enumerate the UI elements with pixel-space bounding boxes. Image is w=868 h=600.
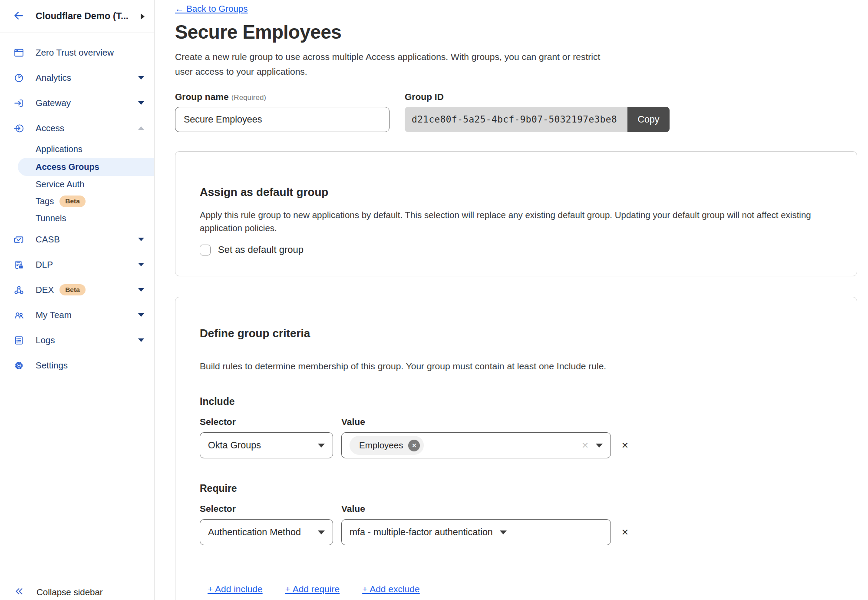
value-label: Value bbox=[341, 504, 365, 514]
selected-value: Okta Groups bbox=[208, 440, 261, 451]
require-selector-dropdown[interactable]: Authentication Method bbox=[200, 519, 333, 545]
chevron-right-icon[interactable] bbox=[141, 13, 145, 20]
chevron-down-icon bbox=[138, 263, 144, 266]
clear-value-icon[interactable]: ✕ bbox=[581, 440, 589, 451]
sidebar-item-label: Access bbox=[36, 123, 64, 133]
sidebar-item-label: Applications bbox=[36, 144, 83, 154]
network-nodes-icon bbox=[13, 284, 24, 295]
card-description: Build rules to determine membership of t… bbox=[200, 361, 832, 371]
double-chevron-left-icon bbox=[14, 580, 24, 598]
sidebar-item-tunnels[interactable]: Tunnels bbox=[0, 210, 154, 227]
chip-label: Employees bbox=[359, 440, 403, 451]
people-icon bbox=[13, 309, 24, 321]
card-title: Assign as default group bbox=[200, 186, 832, 199]
selected-value: Authentication Method bbox=[208, 527, 301, 538]
collapse-sidebar-button[interactable]: Collapse sidebar bbox=[0, 578, 154, 600]
back-to-groups-link[interactable]: ← Back to Groups bbox=[175, 3, 248, 14]
sidebar-item-dlp[interactable]: DLP bbox=[0, 252, 154, 277]
set-default-group-option[interactable]: Set as default group bbox=[200, 244, 832, 255]
group-name-input[interactable] bbox=[175, 107, 389, 132]
sidebar-item-label: DLP bbox=[36, 259, 53, 270]
remove-require-rule-icon[interactable]: ✕ bbox=[621, 527, 629, 537]
checkbox-label: Set as default group bbox=[218, 244, 304, 255]
sidebar-item-tags[interactable]: Tags Beta bbox=[0, 193, 154, 210]
group-id-value: d21ce80f-5a25-4bcf-9b07-5032197e3be8 bbox=[405, 107, 627, 132]
chevron-down-icon bbox=[318, 444, 325, 448]
define-group-criteria-card: Define group criteria Build rules to det… bbox=[175, 297, 857, 600]
selector-label: Selector bbox=[200, 417, 333, 427]
card-description: Apply this rule group to new application… bbox=[200, 209, 816, 235]
sidebar-item-label: DEX bbox=[36, 285, 54, 295]
chevron-down-icon bbox=[138, 288, 144, 292]
chevron-down-icon bbox=[138, 238, 144, 241]
sidebar-item-label: Tags bbox=[36, 196, 54, 206]
sidebar-item-zero-trust-overview[interactable]: Zero Trust overview bbox=[0, 40, 154, 65]
chip-remove-icon[interactable]: ✕ bbox=[408, 440, 420, 451]
sidebar-item-label: Tunnels bbox=[36, 213, 66, 223]
sidebar-item-label: My Team bbox=[36, 310, 72, 320]
page-title: Secure Employees bbox=[175, 21, 857, 43]
sidebar-item-label: Service Auth bbox=[36, 179, 84, 189]
sidebar-item-casb[interactable]: CASB bbox=[0, 227, 154, 252]
sidebar-item-logs[interactable]: Logs bbox=[0, 328, 154, 353]
card-title: Define group criteria bbox=[200, 327, 832, 340]
include-heading: Include bbox=[200, 396, 832, 408]
require-rule-row: Authentication Method mfa - multiple-fac… bbox=[200, 519, 832, 545]
sidebar-item-applications[interactable]: Applications bbox=[0, 141, 154, 158]
sidebar-item-settings[interactable]: Settings bbox=[0, 353, 154, 378]
include-value-multiselect[interactable]: Employees ✕ ✕ bbox=[341, 432, 611, 458]
selected-value: mfa - multiple-factor authentication bbox=[350, 527, 493, 538]
chevron-down-icon bbox=[138, 101, 144, 105]
sidebar-item-label: Logs bbox=[36, 335, 55, 345]
add-rule-links: + Add include + Add require + Add exclud… bbox=[200, 584, 832, 594]
value-chip: Employees ✕ bbox=[350, 436, 424, 455]
sidebar-item-label: CASB bbox=[36, 234, 60, 245]
group-name-label: Group name(Required) bbox=[175, 92, 389, 102]
sidebar-item-gateway[interactable]: Gateway bbox=[0, 90, 154, 116]
main-content: ← Back to Groups Secure Employees Create… bbox=[175, 0, 857, 600]
chevron-down-icon bbox=[596, 444, 603, 448]
sidebar-item-access-groups[interactable]: Access Groups bbox=[18, 158, 154, 176]
access-login-icon bbox=[13, 123, 24, 134]
set-default-group-checkbox[interactable] bbox=[200, 245, 211, 255]
account-switcher[interactable]: Cloudflare Demo (T... bbox=[0, 0, 154, 33]
group-id-label: Group ID bbox=[405, 92, 670, 102]
chevron-down-icon bbox=[138, 313, 144, 317]
sidebar-item-service-auth[interactable]: Service Auth bbox=[0, 176, 154, 193]
remove-include-rule-icon[interactable]: ✕ bbox=[621, 440, 629, 451]
selector-label: Selector bbox=[200, 504, 333, 514]
beta-badge: Beta bbox=[59, 284, 86, 296]
page-description: Create a new rule group to use across mu… bbox=[175, 50, 601, 79]
back-arrow-icon[interactable] bbox=[13, 10, 24, 23]
sidebar-item-access[interactable]: Access bbox=[0, 116, 154, 141]
add-exclude-link[interactable]: + Add exclude bbox=[362, 584, 420, 594]
add-require-link[interactable]: + Add require bbox=[285, 584, 340, 594]
sidebar-item-label: Access Groups bbox=[36, 162, 99, 172]
chevron-down-icon bbox=[500, 530, 507, 534]
sidebar-item-analytics[interactable]: Analytics bbox=[0, 65, 154, 90]
chevron-down-icon bbox=[138, 76, 144, 80]
assign-default-group-card: Assign as default group Apply this rule … bbox=[175, 151, 857, 276]
sidebar: Cloudflare Demo (T... Zero Trust overvie… bbox=[0, 0, 155, 600]
gear-icon bbox=[13, 360, 24, 371]
require-heading: Require bbox=[200, 483, 832, 494]
chevron-up-icon bbox=[138, 126, 144, 130]
include-selector-dropdown[interactable]: Okta Groups bbox=[200, 432, 333, 458]
include-rule-row: Okta Groups Employees ✕ ✕ ✕ bbox=[200, 432, 832, 458]
beta-badge: Beta bbox=[59, 196, 86, 207]
sidebar-item-label: Gateway bbox=[36, 98, 71, 108]
collapse-sidebar-label: Collapse sidebar bbox=[36, 581, 103, 597]
document-lock-icon bbox=[13, 259, 24, 270]
group-name-id-row: Group name(Required) Group ID d21ce80f-5… bbox=[175, 92, 857, 132]
required-hint: (Required) bbox=[231, 93, 266, 102]
sidebar-item-label: Settings bbox=[36, 360, 68, 371]
chevron-down-icon bbox=[138, 338, 144, 342]
sidebar-nav: Zero Trust overview Analytics Gateway bbox=[0, 33, 154, 378]
add-include-link[interactable]: + Add include bbox=[208, 584, 263, 594]
sidebar-item-my-team[interactable]: My Team bbox=[0, 302, 154, 328]
copy-button[interactable]: Copy bbox=[627, 107, 670, 132]
sidebar-item-dex[interactable]: DEX Beta bbox=[0, 277, 154, 302]
gateway-icon bbox=[13, 97, 24, 109]
require-value-dropdown[interactable]: mfa - multiple-factor authentication bbox=[341, 519, 611, 545]
account-name: Cloudflare Demo (T... bbox=[36, 11, 129, 22]
